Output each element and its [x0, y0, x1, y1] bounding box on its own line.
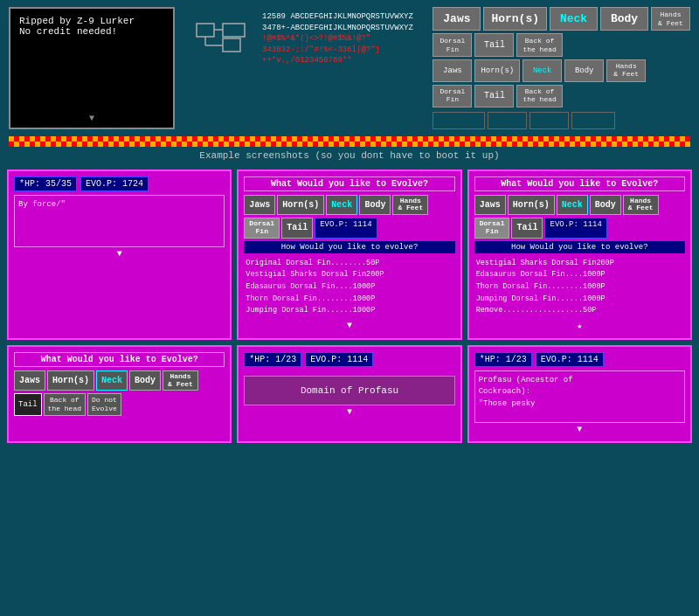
hands-btn-top[interactable]: Hands& Feet [651, 7, 690, 31]
slot-box-2 [488, 112, 527, 129]
panel1-arrow: ▼ [14, 247, 225, 260]
panel2-dorsal-btn[interactable]: DorsalFin [244, 218, 280, 239]
backofhead-btn-top[interactable]: Back ofthe head [516, 33, 562, 57]
panel3-tail-btn[interactable]: Tail [511, 218, 543, 239]
neck-btn-top2[interactable]: Neck [523, 59, 562, 82]
panel-5: *HP: 1/23 EVO.P: 1114 Domain of Profasu … [237, 345, 461, 443]
panel3-bp-row: Jaws Horn(s) Neck Body Hands& Feet [474, 195, 685, 216]
dorsal-btn-top[interactable]: DorsalFin [433, 33, 472, 57]
panel2-horns-btn[interactable]: Horn(s) [277, 195, 324, 216]
svg-rect-5 [223, 38, 240, 52]
top-right-body-parts: Jaws Horn(s) Neck Body Hands& Feet Dorsa… [433, 7, 690, 129]
panel5-domain: Domain of Profasu [244, 376, 454, 405]
neck-btn-top[interactable]: Neck [550, 7, 598, 31]
panel3-opt1[interactable]: Vestigial Sharks Dorsal Fin200P [476, 258, 683, 270]
dorsal-btn-top2[interactable]: DorsalFin [433, 85, 472, 107]
panel6-text-body: "Those pesky [479, 398, 681, 411]
panel3-row2: DorsalFin Tail EVO.P: 1114 [474, 218, 685, 239]
panel2-tail-btn[interactable]: Tail [281, 218, 313, 239]
panel2-opt5[interactable]: Jumping Dorsal Fin......1000P [246, 305, 453, 317]
tail-btn-top2[interactable]: Tail [474, 85, 514, 107]
panel1-textbox: By force/" [14, 195, 225, 247]
slot-box-3 [529, 112, 569, 129]
credit-line2: No credit needed! [19, 26, 164, 37]
body-btn-top2[interactable]: Body [564, 59, 604, 82]
panel2-opt4[interactable]: Thorn Dorsal Fin........1000P [246, 294, 453, 306]
panel1-evo: EVO.P: 1724 [80, 176, 149, 191]
panel3-title: What Would you like to Evolve? [474, 176, 685, 191]
panel3-dorsal-btn[interactable]: DorsalFin [474, 218, 510, 239]
panel2-opt2[interactable]: Vestigial Sharks Dorsal Fin200P [246, 269, 453, 281]
hands-btn-top2[interactable]: Hands& Feet [606, 59, 646, 82]
panel4-hands-btn[interactable]: Hands& Feet [163, 370, 198, 391]
panel4-row2: Tail Back ofthe head Do notEvolve [14, 393, 225, 415]
panel2-title: What Would you like to Evolve? [244, 176, 454, 191]
panel3-neck-btn[interactable]: Neck [557, 195, 588, 216]
panel-4: What Would you like to Evolve? Jaws Horn… [7, 345, 232, 443]
font-chars: 12589 ABCDEFGHIJKLMNOPQRSTUVWXYZ 3478+-A… [262, 11, 413, 66]
panel3-opt2[interactable]: Edasaurus Dorsal Fin....1000P [476, 269, 683, 281]
panel4-jaws-btn[interactable]: Jaws [14, 370, 45, 391]
panel2-row2: DorsalFin Tail EVO.P: 1114 [244, 218, 454, 239]
panel4-tail-btn[interactable]: Tail [14, 393, 42, 415]
panel2-opt1[interactable]: Original Dorsal Fin........50P [246, 258, 453, 270]
svg-rect-1 [223, 24, 245, 37]
panel2-neck-btn[interactable]: Neck [326, 195, 357, 216]
panel-1: *HP: 35/35 EVO.P: 1724 By force/" ▼ [7, 170, 232, 340]
horns-btn-top[interactable]: Horn(s) [483, 7, 547, 31]
panel4-horns-btn[interactable]: Horn(s) [47, 370, 94, 391]
panel4-bp-row: Jaws Horn(s) Neck Body Hands& Feet [14, 370, 225, 391]
tail-btn-top[interactable]: Tail [474, 33, 514, 57]
panel5-arrow: ▼ [244, 405, 454, 419]
credit-box: Ripped by Z-9 Lurker No credit needed! ▼ [9, 7, 175, 129]
panel-2: What Would you like to Evolve? Jaws Horn… [237, 170, 461, 340]
panel3-opt5[interactable]: Remove..................50P [476, 305, 683, 317]
slot-box-1 [433, 112, 485, 129]
svg-rect-0 [197, 24, 214, 37]
panel3-horns-btn[interactable]: Horn(s) [508, 195, 555, 216]
dropdown-arrow-icon[interactable]: ▼ [89, 114, 94, 123]
panel6-textbox: Profasu (Ancestor of Cockroach): "Those … [474, 370, 685, 423]
panel3-opt3[interactable]: Thorn Dorsal Fin........1000P [476, 281, 683, 294]
font-line-1: 12589 ABCDEFGHIJKLMNOPQRSTUVWXYZ [262, 11, 413, 23]
example-text: Example screenshots (so you dont have to… [0, 147, 699, 164]
panel2-arrow: ▼ [244, 319, 454, 332]
panel5-evo: EVO.P: 1114 [305, 352, 373, 367]
panel3-hands-btn[interactable]: Hands& Feet [623, 195, 659, 216]
panel4-neck-btn[interactable]: Neck [96, 370, 128, 391]
panel1-text: By force/" [18, 200, 66, 209]
panel1-hp: *HP: 35/35 [14, 176, 77, 191]
panel2-bp-row: Jaws Horn(s) Neck Body Hands& Feet [244, 195, 454, 216]
font-line-2: 3478+-ABCDEFGHIJKLMNOPQRSTUVWXYZ [262, 23, 413, 34]
panel2-options: Original Dorsal Fin........50P Vestigial… [244, 256, 454, 319]
panel-6: *HP: 1/23 EVO.P: 1114 Profasu (Ancestor … [467, 345, 692, 443]
panel4-donotevolve-btn[interactable]: Do notEvolve [87, 393, 121, 415]
panel6-header: *HP: 1/23 EVO.P: 1114 [474, 352, 685, 367]
panel6-arrow: ▼ [474, 423, 685, 436]
panel4-backofhead-btn[interactable]: Back ofthe head [44, 393, 86, 415]
font-line-4: 343832-;:/"#!%<-336l|@?"j [262, 45, 413, 56]
panel2-evo: EVO.P: 1114 [315, 218, 377, 239]
credit-line1: Ripped by Z-9 Lurker [19, 16, 164, 26]
body-btn-top[interactable]: Body [600, 7, 648, 31]
panel3-body-btn[interactable]: Body [590, 195, 621, 216]
panel4-title: What Would you like to Evolve? [14, 352, 225, 367]
font-line-3: !@#$%^&*()<>?!@#$%&!@?" [262, 33, 413, 45]
panel3-opt4[interactable]: Jumping Dorsal Fin......1000P [476, 294, 683, 306]
panel5-header: *HP: 1/23 EVO.P: 1114 [244, 352, 454, 367]
panel3-options: Vestigial Sharks Dorsal Fin200P Edasauru… [474, 256, 685, 319]
panels-area: *HP: 35/35 EVO.P: 1724 By force/" ▼ What… [0, 164, 699, 448]
panel4-body-btn[interactable]: Body [129, 370, 161, 391]
panel2-opt3[interactable]: Edasaurus Dorsal Fin....1000P [246, 281, 453, 294]
panel2-hands-btn[interactable]: Hands& Feet [392, 195, 428, 216]
horns-btn-top2[interactable]: Horn(s) [474, 59, 520, 82]
jaws-btn-top2[interactable]: Jaws [433, 59, 472, 82]
panel3-evo: EVO.P: 1114 [544, 218, 606, 239]
panel2-jaws-btn[interactable]: Jaws [244, 195, 275, 216]
panel2-body-btn[interactable]: Body [359, 195, 391, 216]
backofhead-btn-top2[interactable]: Back ofthe head [516, 85, 562, 107]
font-line-5: ++*v.,/0123456789** [262, 55, 413, 66]
panel3-sub: How Would you like to evolve? [474, 241, 685, 253]
panel3-jaws-btn[interactable]: Jaws [474, 195, 506, 216]
jaws-btn-top[interactable]: Jaws [433, 7, 481, 31]
